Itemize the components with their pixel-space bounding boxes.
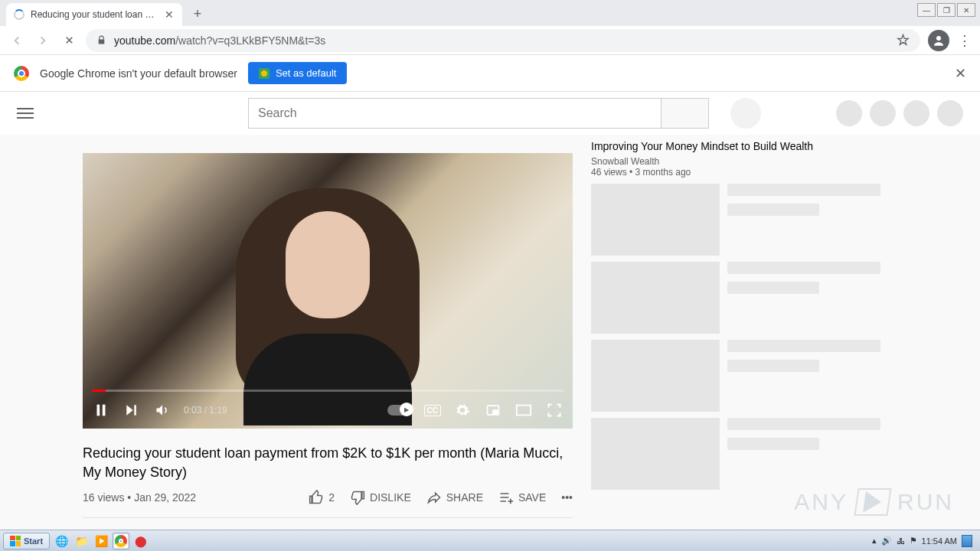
related-meta: 46 views • 3 months ago bbox=[591, 167, 880, 178]
show-desktop-button[interactable] bbox=[962, 535, 972, 547]
bookmark-star-icon[interactable] bbox=[897, 34, 910, 47]
related-video-skeleton bbox=[591, 418, 880, 490]
system-tray: ▴ 🔊 🖧 ⚑ 11:54 AM bbox=[872, 535, 977, 547]
related-video[interactable]: Improving Your Money Mindset to Build We… bbox=[591, 139, 880, 178]
miniplayer-button[interactable] bbox=[484, 401, 502, 419]
placeholder-icon bbox=[836, 100, 862, 126]
stop-reload-button[interactable] bbox=[60, 31, 78, 50]
captions-button[interactable]: CC bbox=[424, 405, 441, 416]
placeholder-icon bbox=[870, 100, 896, 126]
svg-point-0 bbox=[936, 36, 941, 41]
close-window-button[interactable]: ✕ bbox=[957, 3, 975, 17]
taskbar-explorer-icon[interactable]: 📁 bbox=[73, 533, 90, 549]
more-actions-button[interactable]: ••• bbox=[561, 491, 573, 504]
lock-icon bbox=[96, 35, 106, 45]
guide-menu-button[interactable] bbox=[17, 108, 34, 119]
search-button[interactable] bbox=[662, 98, 709, 129]
tray-network-icon[interactable]: 🖧 bbox=[897, 536, 905, 546]
volume-button[interactable] bbox=[153, 401, 172, 419]
svg-rect-6 bbox=[517, 406, 531, 416]
browser-tab[interactable]: Reducing your student loan paymen ✕ bbox=[6, 3, 182, 26]
windows-taskbar: Start 🌐 📁 ▶️ ⬤ ▴ 🔊 🖧 ⚑ 11:54 AM bbox=[0, 530, 980, 551]
tray-expand-icon[interactable]: ▴ bbox=[872, 536, 877, 546]
profile-button[interactable] bbox=[928, 30, 949, 51]
save-button[interactable]: SAVE bbox=[498, 490, 546, 505]
video-player[interactable]: 0:03 / 1:19 CC bbox=[83, 153, 573, 429]
forward-button[interactable] bbox=[34, 31, 52, 50]
taskbar-opera-icon[interactable]: ⬤ bbox=[132, 533, 149, 549]
header-actions-placeholder bbox=[836, 100, 963, 126]
taskbar-media-icon[interactable]: ▶️ bbox=[93, 533, 109, 549]
svg-rect-3 bbox=[134, 405, 136, 415]
infobar-message: Google Chrome isn't your default browser bbox=[40, 67, 237, 80]
search-input[interactable] bbox=[248, 98, 662, 129]
related-video-skeleton bbox=[591, 184, 880, 256]
placeholder-icon bbox=[937, 100, 963, 126]
infobar-close-button[interactable]: ✕ bbox=[955, 65, 966, 82]
taskbar-clock[interactable]: 11:54 AM bbox=[922, 536, 957, 546]
loading-spinner-icon bbox=[14, 9, 24, 20]
watch-page: 0:03 / 1:19 CC Reducing your student loa… bbox=[0, 135, 980, 530]
related-video-skeleton bbox=[591, 262, 880, 334]
theater-button[interactable] bbox=[514, 401, 533, 419]
time-display: 0:03 / 1:19 bbox=[184, 405, 227, 416]
chrome-logo-icon bbox=[14, 66, 29, 81]
settings-button[interactable] bbox=[453, 401, 472, 419]
related-title: Improving Your Money Mindset to Build We… bbox=[591, 139, 880, 153]
minimize-button[interactable]: — bbox=[917, 3, 936, 17]
address-bar: youtube.com/watch?v=q3LKkBFY5NM&t=3s ⋮ bbox=[0, 26, 980, 55]
set-default-button[interactable]: Set as default bbox=[248, 62, 348, 84]
taskbar-chrome-icon[interactable] bbox=[113, 533, 129, 549]
share-button[interactable]: SHARE bbox=[426, 490, 483, 505]
video-frame-illustration bbox=[220, 181, 435, 425]
thumbnail-placeholder bbox=[591, 184, 720, 256]
next-button[interactable] bbox=[122, 401, 141, 419]
anyrun-watermark: ANY RUN bbox=[794, 488, 954, 516]
thumbnail-placeholder bbox=[591, 340, 720, 412]
maximize-button[interactable]: ❐ bbox=[937, 3, 956, 17]
youtube-header bbox=[0, 92, 980, 135]
taskbar-ie-icon[interactable]: 🌐 bbox=[53, 533, 70, 549]
video-title: Reducing your student loan payment from … bbox=[83, 444, 573, 482]
related-video-skeleton bbox=[591, 340, 880, 412]
thumbnail-placeholder bbox=[591, 262, 720, 334]
pause-button[interactable] bbox=[92, 401, 110, 419]
like-button[interactable]: 2 bbox=[309, 490, 335, 505]
omnibox[interactable]: youtube.com/watch?v=q3LKkBFY5NM&t=3s bbox=[86, 29, 920, 52]
video-actions: 2 DISLIKE SHARE SAVE ••• bbox=[309, 490, 573, 505]
browser-tab-strip: Reducing your student loan paymen ✕ + — … bbox=[0, 0, 980, 26]
video-meta-row: 16 views • Jan 29, 2022 2 DISLIKE SHARE … bbox=[83, 490, 573, 518]
search-form bbox=[248, 98, 709, 129]
secondary-column: Improving Your Money Mindset to Build We… bbox=[591, 153, 899, 530]
svg-rect-2 bbox=[103, 405, 106, 416]
fullscreen-button[interactable] bbox=[545, 401, 564, 419]
set-default-label: Set as default bbox=[276, 67, 337, 79]
placeholder-icon bbox=[903, 100, 929, 126]
svg-rect-1 bbox=[97, 405, 100, 416]
primary-column: 0:03 / 1:19 CC Reducing your student loa… bbox=[83, 153, 573, 530]
close-tab-icon[interactable]: ✕ bbox=[164, 9, 175, 20]
thumbnail-placeholder bbox=[591, 418, 720, 490]
tray-flag-icon[interactable]: ⚑ bbox=[910, 536, 917, 546]
default-browser-infobar: Google Chrome isn't your default browser… bbox=[0, 55, 980, 92]
related-channel: Snowball Wealth bbox=[591, 156, 880, 167]
start-button[interactable]: Start bbox=[3, 533, 50, 549]
video-meta: 16 views • Jan 29, 2022 bbox=[83, 491, 196, 504]
new-tab-button[interactable]: + bbox=[187, 3, 208, 24]
windows-logo-icon bbox=[10, 536, 21, 546]
svg-rect-5 bbox=[493, 410, 498, 413]
back-button[interactable] bbox=[8, 31, 26, 50]
voice-search-button[interactable] bbox=[730, 98, 761, 129]
tray-volume-icon[interactable]: 🔊 bbox=[881, 536, 892, 546]
window-controls: — ❐ ✕ bbox=[917, 3, 975, 17]
tab-title: Reducing your student loan paymen bbox=[31, 9, 158, 20]
dislike-button[interactable]: DISLIKE bbox=[350, 490, 411, 505]
player-controls: 0:03 / 1:19 CC bbox=[83, 392, 573, 429]
url-text: youtube.com/watch?v=q3LKkBFY5NM&t=3s bbox=[114, 34, 325, 47]
browser-menu-button[interactable]: ⋮ bbox=[957, 32, 972, 49]
shield-icon bbox=[259, 68, 270, 79]
autoplay-toggle[interactable] bbox=[387, 405, 412, 416]
